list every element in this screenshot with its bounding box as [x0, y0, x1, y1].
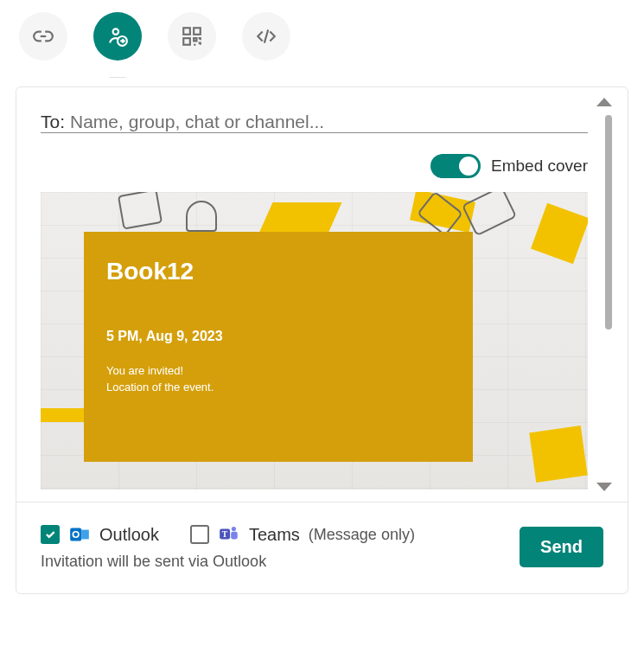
invite-scroll-area: To: Embed cover Book12 5 PM, Aug 9, 2023: [16, 87, 628, 502]
channel-row: Outlook T Teams (Message only): [41, 523, 415, 546]
send-hint: Invitation will be sent via Outlook: [41, 553, 415, 571]
person-send-icon: [106, 25, 129, 48]
qr-icon: [181, 25, 203, 48]
tab-invite[interactable]: [93, 12, 142, 61]
svg-point-10: [232, 527, 236, 531]
svg-point-0: [113, 29, 119, 35]
cover-datetime: 5 PM, Aug 9, 2023: [106, 329, 450, 344]
share-method-tabs: [16, 12, 628, 61]
svg-rect-11: [231, 532, 238, 540]
cover-preview: Book12 5 PM, Aug 9, 2023 You are invited…: [41, 192, 588, 489]
send-button[interactable]: Send: [520, 527, 603, 567]
svg-rect-4: [183, 38, 190, 45]
teams-checkbox[interactable]: [190, 525, 209, 544]
to-input[interactable]: [70, 112, 588, 132]
scroll-down-arrow[interactable]: [596, 483, 612, 491]
code-icon: [255, 25, 277, 48]
decoration: [186, 201, 217, 232]
embed-cover-row: Embed cover: [41, 154, 621, 178]
tab-embed[interactable]: [242, 12, 290, 61]
outlook-checkbox[interactable]: [41, 525, 60, 544]
scroll-up-arrow[interactable]: [596, 98, 612, 106]
cover-title: Book12: [106, 258, 450, 285]
svg-rect-5: [70, 528, 81, 541]
message-only-note: (Message only): [309, 526, 415, 544]
decoration: [529, 425, 587, 483]
decoration: [258, 202, 342, 235]
outlook-icon: [68, 523, 91, 546]
teams-label: Teams: [249, 525, 300, 545]
invite-panel: To: Embed cover Book12 5 PM, Aug 9, 2023: [16, 86, 628, 594]
embed-cover-label: Embed cover: [491, 157, 588, 176]
panel-footer: Outlook T Teams (Message only) Invitatio…: [16, 502, 628, 593]
link-icon: [32, 25, 54, 48]
svg-text:T: T: [222, 529, 228, 539]
check-icon: [44, 528, 56, 541]
outlook-label: Outlook: [99, 525, 159, 545]
cover-invited-line: You are invited!: [106, 364, 183, 377]
tab-qr[interactable]: [168, 12, 216, 61]
svg-rect-3: [194, 28, 201, 35]
cover-subtitle: You are invited! Location of the event.: [106, 363, 450, 396]
svg-rect-7: [81, 530, 89, 540]
tab-link[interactable]: [19, 12, 67, 61]
to-label: To:: [41, 112, 65, 132]
scroll-thumb[interactable]: [605, 115, 612, 330]
svg-rect-2: [183, 28, 190, 35]
teams-icon: T: [218, 523, 240, 546]
to-row: To:: [41, 112, 621, 133]
cover-card: Book12 5 PM, Aug 9, 2023 You are invited…: [84, 232, 473, 462]
embed-cover-toggle[interactable]: [430, 154, 481, 178]
cover-location-line: Location of the event.: [106, 381, 214, 393]
